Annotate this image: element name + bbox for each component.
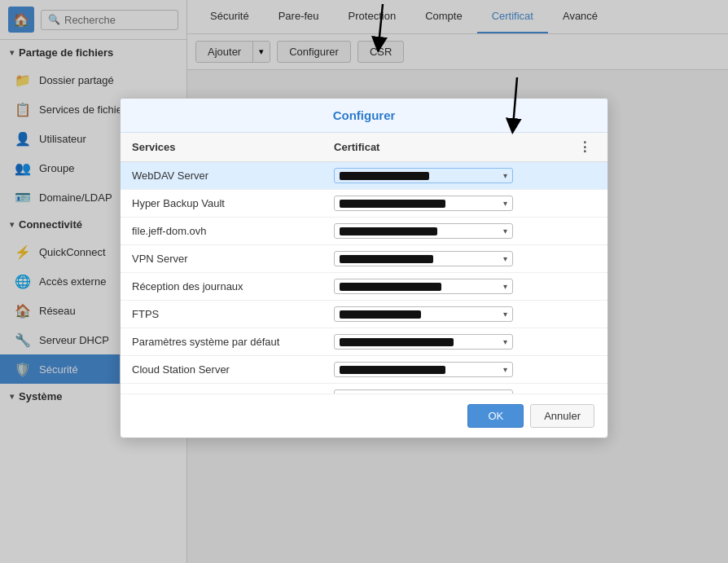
certificate-cell[interactable]: ▾: [322, 301, 562, 328]
row-menu-cell: [562, 328, 607, 356]
configure-modal: Configurer Services Certificat ⋮: [187, 98, 608, 438]
dropdown-arrow-icon: ▾: [503, 282, 507, 291]
row-menu-cell: [562, 245, 607, 273]
row-menu-cell: [562, 356, 607, 384]
col-menu: ⋮: [562, 133, 607, 162]
service-name-cell: FTPS: [187, 301, 322, 328]
service-name-cell: Cloud Station Server: [187, 356, 322, 384]
modal-overlay: Configurer Services Certificat ⋮: [187, 0, 728, 563]
table-row: Paramètres système par défaut▾: [187, 328, 607, 356]
services-table: Services Certificat ⋮ WebDAV Server▾Hype…: [187, 133, 607, 394]
table-row: VPN Server▾: [187, 245, 607, 273]
dropdown-arrow-icon: ▾: [503, 310, 507, 319]
certificate-cell[interactable]: ▾: [322, 384, 562, 394]
certificate-cell[interactable]: ▾: [322, 328, 562, 356]
certificate-cell[interactable]: ▾: [322, 162, 562, 190]
row-menu-cell: [562, 273, 607, 301]
redacted-cert-value: [340, 366, 445, 374]
table-menu-icon[interactable]: ⋮: [573, 139, 596, 156]
dropdown-arrow-icon: ▾: [503, 227, 507, 235]
col-services: Services: [187, 133, 322, 162]
col-certificat: Certificat: [322, 133, 562, 162]
table-header-row: Services Certificat ⋮: [187, 133, 607, 162]
certificate-dropdown[interactable]: ▾: [334, 168, 513, 183]
service-name-cell: VPN Server: [187, 245, 322, 273]
table-row: file.jeff-dom.ovh▾: [187, 218, 607, 245]
redacted-cert-value: [340, 255, 433, 263]
certificate-cell[interactable]: ▾: [322, 190, 562, 218]
table-row: Cloud Station Server▾: [187, 356, 607, 384]
row-menu-cell: [562, 301, 607, 328]
table-scroll-area[interactable]: Services Certificat ⋮ WebDAV Server▾Hype…: [187, 133, 607, 394]
service-name-cell: grafana.jeff-dom.ovh: [187, 384, 322, 394]
dropdown-arrow-icon: ▾: [503, 337, 507, 346]
service-name-cell: file.jeff-dom.ovh: [187, 218, 322, 245]
row-menu-cell: [562, 218, 607, 245]
certificate-dropdown[interactable]: ▾: [334, 334, 513, 350]
redacted-cert-value: [340, 394, 405, 394]
modal-body: Services Certificat ⋮ WebDAV Server▾Hype…: [187, 133, 607, 394]
certificate-dropdown[interactable]: ▾: [334, 196, 513, 211]
modal-footer: OK Annuler: [187, 394, 607, 438]
certificate-cell[interactable]: ▾: [322, 273, 562, 301]
redacted-cert-value: [340, 338, 454, 346]
service-name-cell: Paramètres système par défaut: [187, 328, 322, 356]
ok-button[interactable]: OK: [467, 404, 524, 428]
redacted-cert-value: [340, 200, 445, 208]
row-menu-cell: [562, 162, 607, 190]
table-row: grafana.jeff-dom.ovh▾: [187, 384, 607, 394]
certificate-cell[interactable]: ▾: [322, 245, 562, 273]
certificate-cell[interactable]: ▾: [322, 356, 562, 384]
table-row: Hyper Backup Vault▾: [187, 190, 607, 218]
table-row: Réception des journaux▾: [187, 273, 607, 301]
main-content: Sécurité Pare-feu Protection Compte Cert…: [187, 0, 728, 563]
cancel-button[interactable]: Annuler: [530, 404, 594, 428]
redacted-cert-value: [340, 172, 429, 180]
modal-title: Configurer: [333, 108, 396, 122]
certificate-dropdown[interactable]: ▾: [334, 223, 513, 239]
service-name-cell: Hyper Backup Vault: [187, 190, 322, 218]
table-row: WebDAV Server▾: [187, 162, 607, 190]
row-menu-cell: [562, 384, 607, 394]
certificate-dropdown[interactable]: ▾: [334, 306, 513, 322]
service-name-cell: WebDAV Server: [187, 162, 322, 190]
row-menu-cell: [562, 190, 607, 218]
certificate-dropdown[interactable]: ▾: [334, 279, 513, 294]
service-name-cell: Réception des journaux: [187, 273, 322, 301]
redacted-cert-value: [340, 310, 421, 319]
dropdown-arrow-icon: ▾: [503, 199, 507, 208]
certificate-dropdown[interactable]: ▾: [334, 362, 513, 377]
certificate-dropdown[interactable]: ▾: [334, 251, 513, 266]
certificate-cell[interactable]: ▾: [322, 218, 562, 245]
dropdown-arrow-icon: ▾: [503, 365, 507, 374]
redacted-cert-value: [340, 227, 437, 235]
table-body: WebDAV Server▾Hyper Backup Vault▾file.je…: [187, 162, 607, 394]
dropdown-arrow-icon: ▾: [503, 171, 507, 180]
table-row: FTPS▾: [187, 301, 607, 328]
redacted-cert-value: [340, 283, 441, 291]
dropdown-arrow-icon: ▾: [503, 254, 507, 263]
modal-header: Configurer: [187, 99, 607, 133]
dropdown-arrow-icon: ▾: [503, 393, 507, 394]
